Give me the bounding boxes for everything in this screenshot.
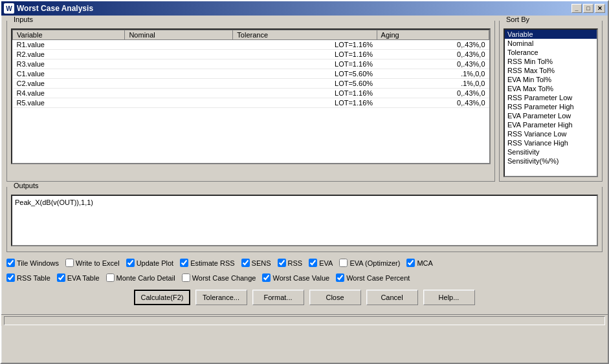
write-to-excel-checkbox[interactable]	[65, 259, 74, 267]
monte-carlo-detail-checkbox[interactable]	[106, 273, 115, 282]
checkbox-sens[interactable]: SENS	[241, 259, 271, 267]
format-button[interactable]: Format...	[252, 290, 304, 305]
tolerance-button[interactable]: Tolerance...	[195, 290, 247, 305]
cancel-button[interactable]: Cancel	[366, 290, 418, 305]
cell-tolerance: LOT=5.60%	[233, 79, 377, 89]
calculate-button[interactable]: Calculate(F2)	[134, 290, 190, 305]
maximize-button[interactable]: □	[583, 4, 593, 13]
rss-table-checkbox[interactable]	[6, 273, 15, 282]
cell-nominal	[125, 69, 233, 79]
cell-variable: R1.value	[13, 40, 125, 50]
rss-checkbox[interactable]	[278, 259, 286, 267]
inputs-group: Inputs Variable Nominal Tolerance Aging	[6, 21, 495, 182]
checkbox-eva-table[interactable]: EVA Table	[57, 273, 100, 282]
checkbox-worst-case-value[interactable]: Worst Case Value	[262, 273, 329, 282]
col-tolerance: Tolerance	[233, 30, 377, 40]
cell-tolerance: LOT=1.16%	[233, 98, 377, 108]
status-bar	[1, 314, 608, 326]
cell-variable: R4.value	[13, 89, 125, 98]
sort-list-item[interactable]: RSS Variance High	[505, 138, 597, 147]
worst-case-change-checkbox[interactable]	[182, 273, 190, 282]
cell-tolerance: LOT=1.16%	[233, 89, 377, 98]
worst-case-percent-checkbox[interactable]	[336, 273, 344, 282]
table-row[interactable]: R3.valueLOT=1.16%0,.43%,0	[13, 59, 489, 69]
table-row[interactable]: R2.valueLOT=1.16%0,.43%,0	[13, 50, 489, 59]
write-to-excel-label: Write to Excel	[76, 259, 120, 267]
checkbox-mca[interactable]: MCA	[406, 259, 432, 267]
col-aging: Aging	[377, 30, 489, 40]
sort-list-item[interactable]: Tolerance	[505, 48, 597, 57]
sens-label: SENS	[252, 259, 271, 267]
checkbox-estimate-rss[interactable]: Estimate RSS	[180, 259, 234, 267]
update-plot-checkbox[interactable]	[126, 259, 135, 267]
mca-checkbox[interactable]	[406, 259, 415, 267]
checkbox-write-to-excel[interactable]: Write to Excel	[65, 259, 120, 267]
sort-list-item[interactable]: Nominal	[505, 39, 597, 48]
tile-windows-label: Tile Windows	[17, 259, 59, 267]
sort-list-item[interactable]: EVA Max Tol%	[505, 84, 597, 93]
help-button[interactable]: Help...	[423, 290, 475, 305]
cell-aging: 0,.43%,0	[377, 59, 489, 69]
table-row[interactable]: R1.valueLOT=1.16%0,.43%,0	[13, 40, 489, 50]
title-bar-buttons: _ □ ✕	[571, 4, 605, 13]
col-variable: Variable	[13, 30, 125, 40]
minimize-button[interactable]: _	[571, 4, 582, 13]
checkbox-rss[interactable]: RSS	[278, 259, 303, 267]
sort-list-item[interactable]: EVA Parameter High	[505, 120, 597, 129]
window-close-button[interactable]: ✕	[595, 4, 605, 13]
eva-checkbox[interactable]	[309, 259, 317, 267]
checkbox-eva[interactable]: EVA	[309, 259, 333, 267]
sort-list-item[interactable]: RSS Min Tol%	[505, 57, 597, 66]
sort-list-item[interactable]: EVA Parameter Low	[505, 111, 597, 120]
sort-list-item[interactable]: RSS Max Tol%	[505, 66, 597, 75]
inputs-table-wrapper[interactable]: Variable Nominal Tolerance Aging R1.valu…	[11, 28, 491, 164]
checkboxes-row1: Tile WindowsWrite to ExcelUpdate PlotEst…	[6, 259, 603, 267]
sort-list-item[interactable]: Sensitivity(%/%)	[505, 156, 597, 166]
table-row[interactable]: C2.valueLOT=5.60%.1%,0,0	[13, 79, 489, 89]
outputs-label: Outputs	[12, 182, 40, 189]
eva-table-checkbox[interactable]	[57, 273, 65, 282]
sort-list-item[interactable]: RSS Parameter High	[505, 102, 597, 111]
cell-variable: R5.value	[13, 98, 125, 108]
checkbox-eva-optimizer[interactable]: EVA (Optimizer)	[339, 259, 400, 267]
checkbox-tile-windows[interactable]: Tile Windows	[6, 259, 59, 267]
sens-checkbox[interactable]	[241, 259, 250, 267]
cell-nominal	[125, 50, 233, 59]
close-button[interactable]: Close	[309, 290, 361, 305]
cell-tolerance: LOT=1.16%	[233, 59, 377, 69]
cell-aging: 0,.43%,0	[377, 50, 489, 59]
table-row[interactable]: R5.valueLOT=1.16%0,.43%,0	[13, 98, 489, 108]
sort-list-item[interactable]: EVA Min Tol%	[505, 75, 597, 84]
rss-label: RSS	[288, 259, 303, 267]
window-icon: W	[4, 3, 14, 14]
rss-table-label: RSS Table	[17, 274, 50, 282]
eva-optimizer-checkbox[interactable]	[339, 259, 348, 267]
checkbox-rss-table[interactable]: RSS Table	[6, 273, 50, 282]
outputs-textarea[interactable]	[11, 195, 598, 246]
checkbox-worst-case-change[interactable]: Worst Case Change	[182, 273, 256, 282]
table-row[interactable]: C1.valueLOT=5.60%.1%,0,0	[13, 69, 489, 79]
worst-case-value-checkbox[interactable]	[262, 273, 271, 282]
cell-aging: .1%,0,0	[377, 69, 489, 79]
cell-nominal	[125, 79, 233, 89]
cell-variable: C1.value	[13, 69, 125, 79]
worst-case-value-label: Worst Case Value	[272, 274, 329, 282]
sort-list-item[interactable]: RSS Parameter Low	[505, 93, 597, 102]
tile-windows-checkbox[interactable]	[6, 259, 15, 267]
cell-nominal	[125, 98, 233, 108]
sort-by-group: Sort By VariableNominalToleranceRSS Min …	[499, 21, 603, 182]
checkbox-monte-carlo-detail[interactable]: Monte Carlo Detail	[106, 273, 175, 282]
checkbox-update-plot[interactable]: Update Plot	[126, 259, 173, 267]
cell-variable: C2.value	[13, 79, 125, 89]
checkbox-worst-case-percent[interactable]: Worst Case Percent	[336, 273, 410, 282]
inputs-label: Inputs	[12, 16, 34, 23]
buttons-row: Calculate(F2)Tolerance...Format...CloseC…	[6, 290, 603, 309]
cell-tolerance: LOT=5.60%	[233, 69, 377, 79]
cell-nominal	[125, 59, 233, 69]
sort-list-item[interactable]: Variable	[505, 30, 597, 39]
table-row[interactable]: R4.valueLOT=1.16%0,.43%,0	[13, 89, 489, 98]
sort-list-item[interactable]: Sensitivity	[505, 147, 597, 156]
sort-listbox[interactable]: VariableNominalToleranceRSS Min Tol%RSS …	[504, 28, 598, 177]
estimate-rss-checkbox[interactable]	[180, 259, 188, 267]
sort-list-item[interactable]: RSS Variance Low	[505, 129, 597, 138]
